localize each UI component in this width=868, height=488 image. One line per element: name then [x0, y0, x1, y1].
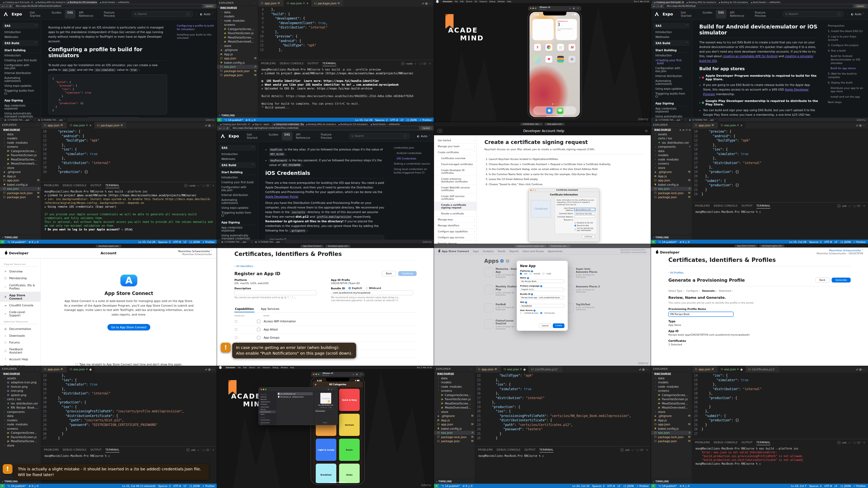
indentation[interactable]: Spaces: 2: [158, 240, 170, 243]
continue-button[interactable]: Continue: [398, 271, 416, 276]
explorer-item[interactable]: app.jsonM: [217, 56, 258, 61]
expo-logo-icon[interactable]: [221, 134, 225, 138]
explorer-item[interactable]: screens: [651, 162, 692, 166]
sidebar-item[interactable]: Register devices›: [434, 240, 476, 244]
sidebar-item[interactable]: Automating submissions: [219, 197, 256, 205]
browser-update-button[interactable]: Update: [421, 126, 432, 130]
app-icon[interactable]: Wallet: [556, 56, 565, 65]
eol[interactable]: LF: [184, 240, 187, 243]
cursor-position[interactable]: Ln 20, Col 7: [791, 485, 806, 487]
sidebar-item[interactable]: Webhooks: [653, 34, 690, 39]
explorer-item[interactable]: CategoriesScreen.js: [217, 27, 258, 31]
sidebar-item[interactable]: Start Building: [653, 48, 690, 53]
editor-tab[interactable]: {}package.jsonM: [94, 122, 127, 129]
timeline-section[interactable]: ›TIMELINE: [217, 113, 258, 118]
zoom-icon[interactable]: [318, 373, 319, 375]
editor-tab[interactable]: {}Certificates.p12: [528, 366, 563, 372]
code-editor[interactable]: 13 },14 "ios": {15 "simulator": true16 }…: [41, 372, 217, 446]
toc-item[interactable]: Next steps: [828, 101, 865, 104]
explorer-item[interactable]: CategoriesScreen.js: [0, 149, 41, 153]
formatter[interactable]: ✓ Prettier: [203, 485, 215, 487]
browser-tab[interactable]: developer.apple.com: [96, 245, 121, 248]
sidebar-item[interactable]: ?Account Help: [0, 356, 40, 362]
toc-item[interactable]: iOS Credentials: [394, 157, 431, 161]
browser-tab[interactable]: Building for iOS simulators: [717, 1, 749, 4]
bundle-id-select[interactable]: Recipe book app - com.academind.myrecipe…: [520, 296, 564, 299]
menu-item[interactable]: I/O: [257, 366, 260, 369]
explorer-item[interactable]: store: [217, 44, 258, 48]
sidebar-item[interactable]: Using automatically managed credentials: [2, 111, 39, 118]
theme-picker[interactable]: ◐Auto˅: [413, 134, 430, 138]
panel-tab[interactable]: TERMINAL: [105, 447, 120, 453]
editor-tab[interactable]: {}app.jsonM: [692, 366, 718, 372]
minimize-icon[interactable]: [532, 8, 534, 9]
panel-tab[interactable]: TERMINAL: [322, 61, 337, 66]
encoding[interactable]: UTF-8: [824, 485, 832, 487]
sidebar-item[interactable]: Using expo-updates: [219, 205, 256, 210]
panel-tab[interactable]: OUTPUT: [741, 203, 752, 208]
download-chip[interactable]: ▤ 11743096-7b5-....apk ˅: [253, 240, 284, 243]
editor-actions-icons[interactable]: ⇄ ▦ ⋯: [420, 0, 434, 6]
zoom-icon[interactable]: [535, 8, 536, 9]
finder-sidebar-item[interactable]: Downloads: [259, 405, 276, 408]
browser-tab[interactable]: App Store Connect: [301, 245, 324, 248]
nav-back-icon[interactable]: ←: [219, 127, 221, 130]
zoom-icon[interactable]: [265, 389, 267, 390]
browser-tab[interactable]: Creating your first build - E: [218, 123, 250, 126]
browser-tab[interactable]: Building for iOS simulators: [336, 123, 368, 126]
encoding[interactable]: UTF-8: [173, 485, 181, 487]
nav-item[interactable]: EAS: [282, 132, 292, 140]
explorer-item[interactable]: babel.config.js: [651, 426, 692, 431]
sidebar-item[interactable]: Cloud-managed certificates: [434, 161, 476, 167]
bundle-id-input[interactable]: [331, 290, 413, 295]
terminal-actions[interactable]: >zsh+ ˅ □ ⌫ ˄ ✕: [837, 204, 865, 207]
toc-item[interactable]: 3. Configure the project: [828, 44, 865, 47]
explorer-item[interactable]: MealsOverviewScree...: [0, 162, 41, 166]
url-bar[interactable]: docs.expo.dev/build/setup/: [664, 4, 853, 8]
explorer-item[interactable]: package-lock.jsonM: [434, 435, 475, 439]
explorer-item[interactable]: MealDetailScreen.js: [0, 157, 41, 162]
help-icon[interactable]: ?: [533, 310, 535, 312]
sidebar-item[interactable]: Get started›: [434, 137, 476, 143]
common-name-field[interactable]: Gita Kumar Dev Key: [575, 212, 595, 215]
help-icon[interactable]: ?: [531, 293, 533, 295]
profile-name-input[interactable]: [669, 312, 734, 317]
sidebar-item[interactable]: Create enterprise distribution certifica…: [434, 176, 476, 185]
sidebar-item[interactable]: Manage keys›: [434, 217, 476, 223]
app-icon[interactable]: ♥Health: [544, 56, 554, 65]
explorer-item[interactable]: FavoritesScreen.js: [651, 397, 692, 401]
drawer-menu-icon[interactable]: ≡: [315, 383, 316, 386]
git-branch[interactable]: ⌥ 14-publish*: [7, 485, 26, 487]
panel-tab[interactable]: OUTPUT: [90, 183, 101, 188]
browser-tab[interactable]: Building APKs for Android em: [684, 1, 716, 4]
sidebar-item[interactable]: Configure app services›: [434, 234, 476, 240]
download-chip[interactable]: ▤ 11743096-7b5-....apk ˅: [2, 119, 34, 122]
category-tile[interactable]: German: [339, 414, 360, 436]
sidebar-item[interactable]: Automating submissions: [653, 78, 690, 86]
language-mode[interactable]: {} JSON: [189, 240, 200, 243]
explorer-item[interactable]: MealDetailScreen.js: [434, 401, 475, 405]
nav-item[interactable]: Get Started: [678, 10, 699, 19]
explorer-item[interactable]: models: [651, 380, 692, 385]
brand[interactable]: Expo: [663, 12, 673, 16]
panel-tab[interactable]: DEBUG CONSOLE: [63, 183, 87, 188]
explorer-item[interactable]: screens: [217, 23, 258, 27]
git-branch[interactable]: ⌥ 14-publish*: [658, 485, 677, 487]
menu-item[interactable]: Window: [498, 1, 505, 3]
sidebar-item[interactable]: Create WatchKit services certificates: [434, 185, 476, 193]
explorer-item[interactable]: MealsOverviewScree...: [217, 40, 258, 44]
remote-icon[interactable]: ⚡: [0, 240, 5, 244]
eol[interactable]: LF: [618, 485, 621, 487]
editor-tab[interactable]: {}eas.jsonA×: [718, 122, 745, 129]
explorer-item[interactable]: App.js: [651, 418, 692, 422]
simulator-titlebar[interactable]: iPhone 13iOS 15.2 ⌂ ▣ ↺: [311, 372, 364, 377]
sidebar-item[interactable]: Introduction: [2, 30, 39, 34]
sidebar-item[interactable]: Create certificates˅: [434, 150, 476, 155]
sidebar-item[interactable]: Creating your first build: [653, 58, 690, 66]
eol[interactable]: LF: [835, 485, 838, 487]
explorer-item[interactable]: package-lock.jsonM: [651, 435, 692, 439]
explorer-item[interactable]: store: [651, 166, 692, 170]
simulator-toolbar-icons[interactable]: ⌂ ▣ ↺: [352, 373, 362, 376]
go-to-asc-button[interactable]: Go to App Store Connect: [107, 324, 150, 330]
code-editor[interactable]: 10 "preview": {11 "android": {12 "buildT…: [692, 129, 868, 202]
